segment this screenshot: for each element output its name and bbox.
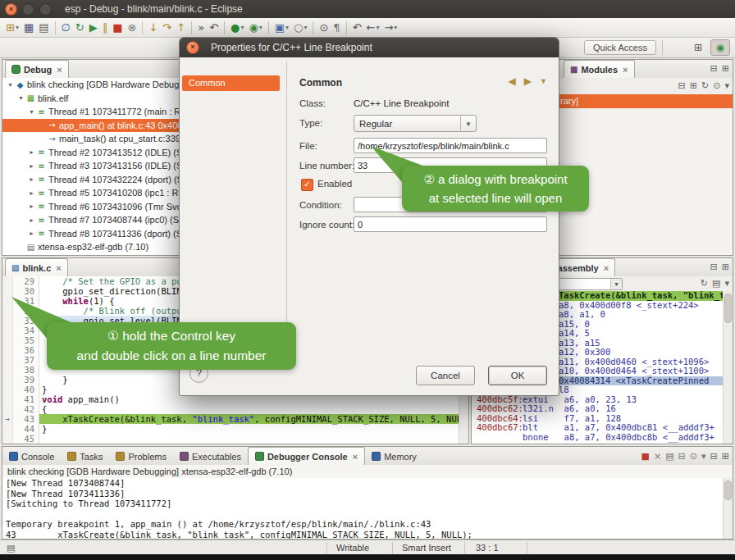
console-tab-console[interactable]: Console (2, 448, 61, 465)
window-close-icon[interactable]: × (5, 3, 17, 16)
tree-expander-icon[interactable]: ▾ (16, 94, 25, 102)
suspend-button[interactable]: ∥ (101, 20, 110, 36)
resume-button[interactable]: ▶ (88, 20, 99, 36)
editor-annotation-ruler[interactable] (2, 296, 13, 306)
tab-blink-c[interactable]: ▤ blink.c × (5, 258, 68, 276)
skip-all-breakpoints-button[interactable]: ∅ (60, 20, 72, 36)
scroll-lock-icon[interactable]: ⊟ (678, 451, 686, 462)
tree-expander-icon[interactable]: ▸ (27, 148, 36, 156)
minimize-view-icon[interactable]: ⊟ (710, 451, 718, 462)
tab-debug[interactable]: Debug × (5, 60, 69, 78)
line-number[interactable]: 31 (13, 296, 39, 306)
debug-button[interactable]: ◉▾ (247, 20, 263, 36)
console-menu-icon[interactable]: ▾ (701, 451, 706, 462)
type-select[interactable]: Regular ▼ (354, 115, 477, 132)
step-over-button[interactable]: ↷ (161, 20, 173, 36)
minimize-view-icon[interactable]: ⊟ (710, 262, 718, 273)
console-scrollbar[interactable] (723, 478, 733, 539)
line-number[interactable]: 29 (13, 276, 39, 286)
close-tab-icon[interactable]: × (57, 65, 62, 75)
file-field[interactable] (354, 138, 547, 153)
code-line[interactable]: 42{ (2, 404, 459, 414)
console-tab-tasks[interactable]: Tasks (61, 448, 109, 465)
search-button[interactable]: ⊙ (317, 20, 330, 36)
scrollbar-thumb[interactable] (724, 480, 732, 500)
window-minimize-icon[interactable] (22, 3, 34, 16)
editor-annotation-ruler[interactable] (2, 375, 13, 385)
new-wizard-button[interactable]: ⊞▾ (4, 20, 21, 36)
close-tab-icon[interactable]: × (604, 263, 609, 273)
editor-annotation-ruler[interactable] (2, 434, 13, 444)
save-button[interactable]: ▦ (22, 20, 35, 36)
disassembly-row[interactable]: bnone a8, a7, 0x400dbc8b <__adddf3+ (472, 433, 724, 443)
maximize-view-icon[interactable]: ⊞ (722, 262, 729, 273)
dialog-close-icon[interactable]: × (186, 41, 199, 54)
ok-button[interactable]: OK (488, 366, 547, 385)
line-number[interactable]: 41 (13, 394, 39, 404)
instruction-pointer-icon[interactable]: → (2, 414, 13, 424)
debug-perspective-icon[interactable]: ◉ (710, 39, 730, 56)
disassembly-scrollbar[interactable] (723, 291, 733, 444)
ignore-count-field[interactable] (354, 216, 547, 232)
line-number[interactable]: 32 (13, 306, 39, 316)
close-tab-icon[interactable]: × (56, 263, 61, 273)
scrollbar-thumb[interactable] (724, 294, 732, 323)
code-line[interactable]: 45 (2, 434, 459, 444)
refresh-icon[interactable]: ↻ (701, 80, 709, 92)
line-number[interactable]: 30 (13, 286, 39, 296)
editor-annotation-ruler[interactable] (2, 326, 13, 335)
tree-expander-icon[interactable]: ▸ (27, 189, 36, 197)
chevron-down-icon[interactable]: ▼ (540, 75, 547, 87)
close-tab-icon[interactable]: × (623, 65, 628, 75)
minimize-view-icon[interactable]: ⊟ (710, 63, 718, 75)
chevron-down-icon[interactable]: ▼ (460, 116, 476, 131)
console-output[interactable]: [New Thread 1073408744][New Thread 10734… (2, 478, 724, 539)
editor-annotation-ruler[interactable] (2, 385, 13, 394)
open-perspective-icon[interactable]: ⊞ (688, 39, 708, 56)
terminate-console-icon[interactable]: ■ (641, 451, 650, 462)
restart-button[interactable]: ↻ (74, 20, 86, 36)
console-tab-problems[interactable]: Problems (109, 448, 172, 465)
forward-button[interactable]: →▾ (382, 20, 399, 36)
line-number[interactable]: 35 (13, 335, 39, 345)
maximize-view-icon[interactable]: ⊞ (722, 63, 729, 75)
tree-expander-icon[interactable]: ▸ (27, 203, 36, 210)
disasm-menu-icon[interactable]: ▾ (724, 278, 729, 289)
clear-console-icon[interactable]: ▤ (665, 451, 673, 462)
step-into-button[interactable]: ↓ (147, 20, 159, 36)
tree-expander-icon[interactable]: ▾ (6, 81, 15, 89)
line-number[interactable]: 39 (13, 375, 39, 385)
drop-to-frame-button[interactable]: ↶ (208, 20, 220, 36)
line-number[interactable]: 45 (13, 434, 39, 444)
console-tab-executables[interactable]: Executables (173, 448, 248, 465)
code-line[interactable]: 44} (2, 424, 459, 434)
editor-annotation-ruler[interactable] (2, 424, 13, 434)
line-number[interactable]: 33 (13, 316, 39, 326)
status-caret-position[interactable]: 33 : 1 (476, 540, 499, 555)
code-line[interactable]: →43 xTaskCreate(&blink_task, "blink_task… (2, 414, 459, 424)
line-number[interactable]: 34 (13, 326, 39, 335)
view-menu-icon[interactable]: ▾ (724, 80, 729, 92)
line-number[interactable]: 38 (13, 365, 39, 375)
forward-arrow-icon[interactable]: ▶ (524, 75, 532, 87)
back-arrow-icon[interactable]: ◀ (509, 75, 516, 87)
chevron-down-icon[interactable]: ▼ (610, 279, 622, 289)
console-tab-memory[interactable]: Memory (365, 448, 423, 465)
line-number[interactable]: 44 (13, 424, 39, 434)
line-number[interactable]: 42 (13, 404, 39, 414)
tree-expander-icon[interactable]: ▸ (27, 216, 36, 224)
disconnect-button[interactable]: ⊗ (126, 20, 139, 36)
editor-annotation-ruler[interactable] (2, 365, 13, 375)
editor-annotation-ruler[interactable] (2, 345, 13, 355)
console-tab-debugger-console[interactable]: Debugger Console× (248, 447, 365, 465)
tree-expander-icon[interactable]: ▸ (27, 175, 36, 183)
mark-occurrences-button[interactable]: ¶ (331, 20, 341, 36)
cancel-button[interactable]: Cancel (416, 366, 475, 385)
instruction-stepping-button[interactable]: » (196, 20, 206, 36)
editor-annotation-ruler[interactable] (2, 276, 13, 286)
editor-annotation-ruler[interactable] (2, 335, 13, 345)
editor-annotation-ruler[interactable] (2, 355, 13, 365)
editor-annotation-ruler[interactable] (2, 316, 13, 326)
collapse-all-icon[interactable]: ⊟ (678, 80, 686, 92)
line-number[interactable]: 40 (13, 385, 39, 394)
